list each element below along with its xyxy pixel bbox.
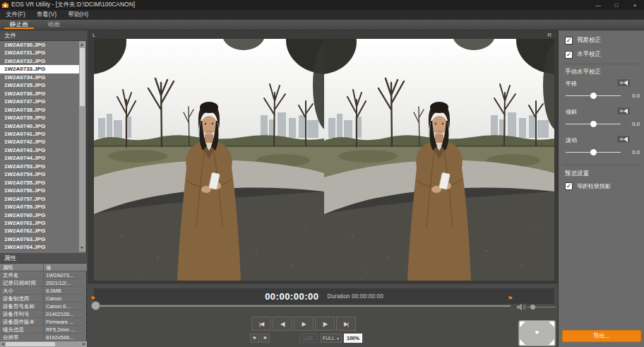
roll-reset-button[interactable] — [616, 135, 631, 143]
file-list-item[interactable]: 1W2A0757.JPG — [0, 195, 80, 203]
frame-forward-button[interactable]: |▶ — [315, 317, 335, 331]
file-list-item[interactable]: 1W2A0731.JPG — [0, 49, 80, 57]
file-list-item[interactable]: 1W2A0760.JPG — [0, 211, 80, 219]
roll-slider-handle[interactable] — [590, 149, 597, 155]
pan-reset-button[interactable] — [616, 78, 631, 87]
frame-back-button[interactable]: ◀| — [273, 317, 292, 331]
headset-preview-button[interactable]: ◆ — [518, 320, 556, 346]
file-list-item[interactable]: 1W2A0732.JPG — [0, 57, 80, 65]
mark-out-button[interactable]: ⚑ — [261, 334, 270, 343]
roll-value: 0.0 — [632, 149, 640, 155]
roll-slider-track[interactable] — [566, 152, 621, 153]
property-name: 设备型号名称 — [0, 302, 44, 310]
property-name: 镜头信息 — [0, 326, 44, 333]
play-button[interactable]: ▶ — [294, 317, 314, 331]
equirectangular-checkbox[interactable]: ✓ — [565, 182, 573, 190]
file-list-item[interactable]: 1W2A0763.JPG — [0, 235, 80, 243]
property-row: 设备固件版本 Firmware ... — [0, 318, 87, 326]
file-list-item[interactable]: 1W2A0761.JPG — [0, 219, 80, 227]
volume-handle[interactable] — [530, 305, 535, 310]
file-list-item[interactable]: 1W2A0740.JPG — [0, 122, 80, 130]
stereo-photo-right[interactable] — [324, 39, 554, 281]
preview-settings-header: 预览设置 — [565, 170, 589, 178]
tilt-reset-button[interactable] — [616, 107, 631, 115]
scroll-right-icon[interactable] — [83, 343, 85, 346]
property-name: 设备序列号 — [0, 310, 44, 317]
skip-to-start-button[interactable]: |◀ — [251, 317, 271, 331]
file-list-item[interactable]: 1W2A0743.JPG — [0, 146, 80, 154]
properties-table-header: 属性 值 — [0, 264, 87, 271]
tilt-slider-handle[interactable] — [590, 121, 597, 127]
speaker-icon[interactable] — [517, 303, 526, 311]
tab-still-image[interactable]: 静止画 — [0, 20, 38, 30]
file-list-item[interactable]: 1W2A0735.JPG — [0, 81, 80, 89]
file-list-item[interactable]: 1W2A0759.JPG — [0, 203, 80, 211]
property-value: RF5.2mm ... — [44, 326, 87, 333]
file-list-item[interactable]: 1W2A0738.JPG — [0, 106, 80, 114]
stereo-photo-left[interactable] — [94, 39, 324, 281]
seek-bar[interactable] — [97, 305, 511, 307]
duration-label: Duration — [327, 293, 350, 300]
seek-handle[interactable] — [91, 301, 100, 310]
trim-out-marker[interactable]: ⚑ — [508, 296, 513, 302]
properties-rows: 文件名 1W2A073... 记录日期/时间 2021/12/... 大小 8.… — [0, 271, 87, 341]
file-list-scrollbar[interactable] — [79, 41, 85, 252]
divider — [563, 64, 639, 64]
file-list-item[interactable]: 1W2A0755.JPG — [0, 179, 80, 187]
horizontal-correction-checkbox[interactable]: ✓ — [565, 51, 573, 59]
file-list-item[interactable]: 1W2A0756.JPG — [0, 187, 80, 194]
scrollbar-thumb[interactable] — [80, 48, 85, 106]
tab-movie[interactable]: 动画 — [38, 20, 70, 30]
scroll-left-icon[interactable] — [1, 343, 4, 346]
export-button[interactable]: 导出... — [562, 330, 641, 342]
stereo-preview — [94, 39, 554, 281]
file-list-item[interactable]: 1W2A0762.JPG — [0, 227, 80, 235]
slider-roll: 滚动 0.0 — [559, 135, 644, 163]
file-list-item[interactable]: 1W2A0744.JPG — [0, 154, 80, 162]
close-button[interactable]: × — [626, 0, 644, 10]
parallax-correction-checkbox[interactable]: ✓ — [565, 37, 573, 45]
file-list-item[interactable]: 1W2A0734.JPG — [0, 73, 80, 81]
hscrollbar-thumb[interactable] — [6, 342, 55, 346]
menu-item-view[interactable]: 查看(V) — [31, 10, 62, 20]
skip-to-end-button[interactable]: ▶| — [336, 317, 356, 331]
file-list-item[interactable]: 1W2A0764.JPG — [0, 243, 80, 251]
menu-item-help[interactable]: 帮助(H) — [62, 10, 94, 20]
lut-button[interactable]: LUT. — [299, 334, 318, 343]
minimize-button[interactable]: — — [589, 0, 607, 10]
file-list-item[interactable]: 1W2A0736.JPG — [0, 90, 80, 98]
file-list-item[interactable]: 1W2A0753.JPG — [0, 163, 80, 170]
zoom-100-button[interactable]: 100% — [344, 334, 362, 343]
file-list-item[interactable]: 1W2A0742.JPG — [0, 138, 80, 146]
file-list-item[interactable]: 1W2A0733.JPG — [0, 65, 80, 73]
pan-slider-handle[interactable] — [590, 93, 597, 99]
property-row: 设备型号名称 Canon E... — [0, 302, 87, 310]
reset-icon — [619, 136, 628, 143]
scroll-up-icon[interactable] — [80, 43, 83, 46]
pan-slider-track[interactable] — [566, 95, 621, 96]
file-list-item[interactable]: 1W2A0737.JPG — [0, 98, 80, 105]
property-value: 1W2A073... — [44, 271, 87, 278]
property-row: 设备序列号 01402100... — [0, 310, 87, 318]
menu-bar: 文件(F) 查看(V) 帮助(H) — [0, 10, 644, 20]
file-list-item[interactable]: 1W2A0754.JPG — [0, 170, 80, 178]
file-list-item[interactable]: 1W2A0741.JPG — [0, 130, 80, 138]
tilt-slider-track[interactable] — [566, 124, 621, 124]
corner-mark-icon — [549, 339, 554, 345]
pan-value: 0.0 — [632, 93, 640, 99]
equirectangular-row: ✓ 等距柱状投影 — [565, 182, 611, 190]
properties-panel-header: 属性 — [0, 253, 87, 264]
file-list-item[interactable]: 1W2A0730.JPG — [0, 41, 80, 49]
parallax-correction-row: ✓ 视差校正 — [565, 36, 601, 45]
full-size-dropdown[interactable]: FULL ▼ — [321, 334, 342, 343]
pan-label: 平移 — [566, 80, 577, 88]
file-list-item[interactable]: 1W2A0739.JPG — [0, 114, 80, 122]
scroll-down-icon[interactable] — [80, 247, 83, 249]
maximize-button[interactable]: □ — [607, 0, 626, 10]
left-panel: 文件 1W2A0730.JPG1W2A0731.JPG1W2A0732.JPG1… — [0, 30, 87, 347]
property-value: 8.0MB — [44, 287, 87, 294]
mark-in-button[interactable]: ⚑ — [250, 334, 259, 343]
file-list[interactable]: 1W2A0730.JPG1W2A0731.JPG1W2A0732.JPG1W2A… — [0, 41, 87, 252]
menu-item-file[interactable]: 文件(F) — [0, 10, 31, 20]
properties-hscrollbar[interactable] — [0, 341, 87, 347]
